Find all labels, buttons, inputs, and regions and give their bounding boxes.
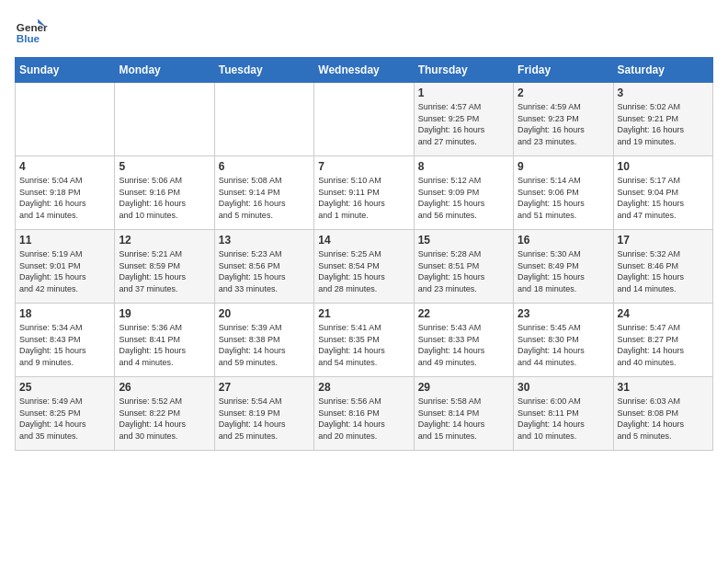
day-cell: 27Sunrise: 5:54 AM Sunset: 8:19 PM Dayli…: [214, 377, 313, 451]
day-cell: 20Sunrise: 5:39 AM Sunset: 8:38 PM Dayli…: [214, 304, 313, 377]
day-cell: [214, 83, 313, 156]
day-info: Sunrise: 5:52 AM Sunset: 8:22 PM Dayligh…: [119, 396, 210, 442]
day-cell: 18Sunrise: 5:34 AM Sunset: 8:43 PM Dayli…: [16, 304, 115, 377]
svg-text:Blue: Blue: [17, 32, 40, 44]
day-number: 17: [618, 234, 709, 247]
day-cell: 2Sunrise: 4:59 AM Sunset: 9:23 PM Daylig…: [514, 83, 613, 156]
day-cell: 21Sunrise: 5:41 AM Sunset: 8:35 PM Dayli…: [314, 304, 414, 377]
day-cell: 25Sunrise: 5:49 AM Sunset: 8:25 PM Dayli…: [16, 377, 115, 451]
day-number: 26: [119, 381, 210, 394]
day-number: 14: [318, 234, 409, 247]
day-number: 13: [219, 234, 310, 247]
day-info: Sunrise: 5:47 AM Sunset: 8:27 PM Dayligh…: [618, 322, 709, 368]
day-cell: [16, 83, 115, 156]
day-cell: 19Sunrise: 5:36 AM Sunset: 8:41 PM Dayli…: [115, 304, 214, 377]
header-thursday: Thursday: [414, 58, 513, 83]
day-number: 15: [418, 234, 509, 247]
day-number: 3: [618, 86, 709, 99]
day-info: Sunrise: 5:45 AM Sunset: 8:30 PM Dayligh…: [518, 322, 609, 368]
day-cell: 28Sunrise: 5:56 AM Sunset: 8:16 PM Dayli…: [314, 377, 414, 451]
header-sunday: Sunday: [16, 58, 115, 83]
day-cell: 23Sunrise: 5:45 AM Sunset: 8:30 PM Dayli…: [514, 304, 613, 377]
calendar-table: SundayMondayTuesdayWednesdayThursdayFrid…: [15, 57, 713, 451]
day-number: 11: [19, 234, 110, 247]
day-number: 4: [19, 160, 110, 173]
day-cell: 24Sunrise: 5:47 AM Sunset: 8:27 PM Dayli…: [613, 304, 712, 377]
day-cell: 29Sunrise: 5:58 AM Sunset: 8:14 PM Dayli…: [414, 377, 513, 451]
day-cell: 16Sunrise: 5:30 AM Sunset: 8:49 PM Dayli…: [514, 230, 613, 304]
day-number: 19: [119, 307, 210, 320]
day-info: Sunrise: 5:43 AM Sunset: 8:33 PM Dayligh…: [418, 322, 509, 368]
day-number: 6: [219, 160, 310, 173]
day-cell: 12Sunrise: 5:21 AM Sunset: 8:59 PM Dayli…: [115, 230, 214, 304]
day-info: Sunrise: 5:58 AM Sunset: 8:14 PM Dayligh…: [418, 396, 509, 442]
day-cell: 30Sunrise: 6:00 AM Sunset: 8:11 PM Dayli…: [514, 377, 613, 451]
day-number: 23: [518, 307, 609, 320]
day-info: Sunrise: 6:03 AM Sunset: 8:08 PM Dayligh…: [618, 396, 709, 442]
logo-icon: General Blue: [15, 15, 48, 48]
day-info: Sunrise: 5:19 AM Sunset: 9:01 PM Dayligh…: [19, 248, 110, 294]
header-monday: Monday: [115, 58, 214, 83]
day-number: 8: [418, 160, 509, 173]
header-tuesday: Tuesday: [214, 58, 313, 83]
day-cell: 7Sunrise: 5:10 AM Sunset: 9:11 PM Daylig…: [314, 156, 414, 230]
day-info: Sunrise: 5:34 AM Sunset: 8:43 PM Dayligh…: [19, 322, 110, 368]
header-friday: Friday: [514, 58, 613, 83]
day-number: 16: [518, 234, 609, 247]
day-cell: 31Sunrise: 6:03 AM Sunset: 8:08 PM Dayli…: [613, 377, 712, 451]
day-cell: 5Sunrise: 5:06 AM Sunset: 9:16 PM Daylig…: [115, 156, 214, 230]
day-info: Sunrise: 4:57 AM Sunset: 9:25 PM Dayligh…: [418, 101, 509, 147]
day-info: Sunrise: 5:25 AM Sunset: 8:54 PM Dayligh…: [318, 248, 409, 294]
day-number: 10: [618, 160, 709, 173]
week-row-1: 1Sunrise: 4:57 AM Sunset: 9:25 PM Daylig…: [16, 83, 713, 156]
day-number: 2: [518, 86, 609, 99]
day-cell: 4Sunrise: 5:04 AM Sunset: 9:18 PM Daylig…: [16, 156, 115, 230]
day-info: Sunrise: 5:39 AM Sunset: 8:38 PM Dayligh…: [219, 322, 310, 368]
day-cell: 10Sunrise: 5:17 AM Sunset: 9:04 PM Dayli…: [613, 156, 712, 230]
calendar-header-row: SundayMondayTuesdayWednesdayThursdayFrid…: [16, 58, 713, 83]
header-saturday: Saturday: [613, 58, 712, 83]
day-number: 21: [318, 307, 409, 320]
day-info: Sunrise: 5:23 AM Sunset: 8:56 PM Dayligh…: [219, 248, 310, 294]
day-number: 1: [418, 86, 509, 99]
day-number: 27: [219, 381, 310, 394]
day-cell: 26Sunrise: 5:52 AM Sunset: 8:22 PM Dayli…: [115, 377, 214, 451]
day-info: Sunrise: 5:17 AM Sunset: 9:04 PM Dayligh…: [618, 175, 709, 221]
day-cell: 3Sunrise: 5:02 AM Sunset: 9:21 PM Daylig…: [613, 83, 712, 156]
day-info: Sunrise: 5:36 AM Sunset: 8:41 PM Dayligh…: [119, 322, 210, 368]
day-number: 22: [418, 307, 509, 320]
week-row-3: 11Sunrise: 5:19 AM Sunset: 9:01 PM Dayli…: [16, 230, 713, 304]
logo: General Blue: [15, 15, 48, 48]
day-info: Sunrise: 5:06 AM Sunset: 9:16 PM Dayligh…: [119, 175, 210, 221]
day-info: Sunrise: 5:49 AM Sunset: 8:25 PM Dayligh…: [19, 396, 110, 442]
day-info: Sunrise: 5:21 AM Sunset: 8:59 PM Dayligh…: [119, 248, 210, 294]
day-cell: 14Sunrise: 5:25 AM Sunset: 8:54 PM Dayli…: [314, 230, 414, 304]
week-row-4: 18Sunrise: 5:34 AM Sunset: 8:43 PM Dayli…: [16, 304, 713, 377]
day-number: 12: [119, 234, 210, 247]
day-number: 28: [318, 381, 409, 394]
day-cell: [314, 83, 414, 156]
day-cell: 6Sunrise: 5:08 AM Sunset: 9:14 PM Daylig…: [214, 156, 313, 230]
day-number: 29: [418, 381, 509, 394]
week-row-2: 4Sunrise: 5:04 AM Sunset: 9:18 PM Daylig…: [16, 156, 713, 230]
day-number: 18: [19, 307, 110, 320]
day-number: 5: [119, 160, 210, 173]
day-number: 20: [219, 307, 310, 320]
day-cell: 9Sunrise: 5:14 AM Sunset: 9:06 PM Daylig…: [514, 156, 613, 230]
page-header: General Blue: [15, 15, 713, 48]
day-cell: 13Sunrise: 5:23 AM Sunset: 8:56 PM Dayli…: [214, 230, 313, 304]
day-number: 31: [618, 381, 709, 394]
week-row-5: 25Sunrise: 5:49 AM Sunset: 8:25 PM Dayli…: [16, 377, 713, 451]
header-wednesday: Wednesday: [314, 58, 414, 83]
day-info: Sunrise: 5:54 AM Sunset: 8:19 PM Dayligh…: [219, 396, 310, 442]
day-info: Sunrise: 6:00 AM Sunset: 8:11 PM Dayligh…: [518, 396, 609, 442]
day-cell: 1Sunrise: 4:57 AM Sunset: 9:25 PM Daylig…: [414, 83, 513, 156]
day-info: Sunrise: 4:59 AM Sunset: 9:23 PM Dayligh…: [518, 101, 609, 147]
day-cell: 15Sunrise: 5:28 AM Sunset: 8:51 PM Dayli…: [414, 230, 513, 304]
day-info: Sunrise: 5:32 AM Sunset: 8:46 PM Dayligh…: [618, 248, 709, 294]
day-info: Sunrise: 5:30 AM Sunset: 8:49 PM Dayligh…: [518, 248, 609, 294]
day-number: 25: [19, 381, 110, 394]
day-info: Sunrise: 5:56 AM Sunset: 8:16 PM Dayligh…: [318, 396, 409, 442]
day-cell: 17Sunrise: 5:32 AM Sunset: 8:46 PM Dayli…: [613, 230, 712, 304]
day-info: Sunrise: 5:41 AM Sunset: 8:35 PM Dayligh…: [318, 322, 409, 368]
